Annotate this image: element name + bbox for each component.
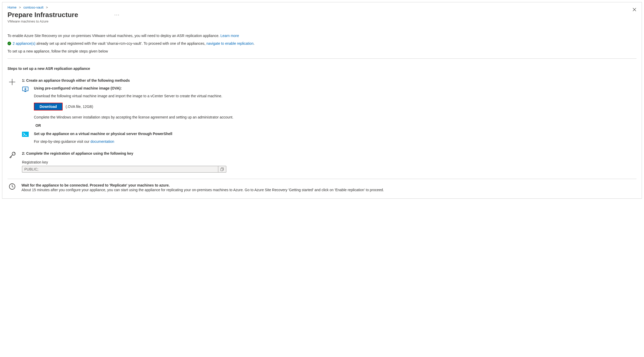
wait-desc: About 15 minutes after you configure you… [21,188,384,192]
step-1-title: 1: Create an appliance through either of… [22,78,636,83]
more-actions-button[interactable]: ··· [114,12,120,18]
powershell-method: Set up the appliance on a virtual machin… [22,132,636,144]
page-title: Prepare Infrastructure [8,11,78,19]
page-subtitle: VMware machines to Azure [8,19,636,23]
divider [8,179,636,179]
step-1: 1: Create an appliance through either of… [8,78,636,146]
powershell-icon [22,132,29,137]
appliance-status-line: ✓ 2 appliance(s) already set up and regi… [8,41,636,46]
steps-heading: Steps to set up a new ASR replication ap… [8,66,636,71]
wait-section: Wait for the appliance to be connected. … [8,183,636,192]
svg-point-3 [14,153,15,154]
copy-button[interactable] [218,166,226,173]
intro-text: To enable Azure Site Recovery on your on… [8,34,636,38]
ova-complete-text: Complete the Windows server installation… [34,115,636,119]
breadcrumb-vault[interactable]: contoso-vault [24,5,43,9]
clock-icon [9,183,16,190]
svg-rect-5 [221,168,223,171]
registration-key-input[interactable] [22,166,218,173]
learn-more-link[interactable]: Learn more [220,34,239,38]
divider [8,58,636,59]
breadcrumb-separator: > [46,5,48,9]
copy-icon [220,167,224,171]
prepare-infrastructure-panel: Home > contoso-vault > Prepare Infrastru… [2,2,642,199]
setup-new-text: To set up a new appliance, follow the si… [8,49,636,53]
key-icon [8,151,16,159]
step-2-title: 2: Complete the registration of applianc… [22,151,636,155]
powershell-desc: For step-by-step guidance visit our docu… [34,139,636,144]
documentation-link[interactable]: documentation [91,139,114,144]
appliances-link[interactable]: 2 appliance(s) [13,41,35,46]
download-button[interactable]: Download [34,103,63,110]
intro-sentence: To enable Azure Site Recovery on your on… [8,34,220,38]
status-period: . [253,41,254,46]
svg-rect-1 [22,132,29,137]
download-note: (.OVA file, 12GB) [66,105,93,109]
success-icon: ✓ [8,42,11,45]
registration-key-label: Registration key [22,160,636,164]
status-text-mid: already set up and registered with the v… [35,41,206,46]
close-button[interactable] [631,6,638,13]
close-icon [632,8,636,12]
breadcrumb-home[interactable]: Home [8,5,17,9]
ova-title: Using pre-configured virtual machine ima… [34,86,636,90]
wait-title: Wait for the appliance to be connected. … [21,183,384,187]
powershell-title: Set up the appliance on a virtual machin… [34,132,636,136]
breadcrumb: Home > contoso-vault > [8,5,636,9]
download-vm-icon [22,86,29,93]
breadcrumb-separator: > [19,5,21,9]
powershell-desc-prefix: For step-by-step guidance visit our [34,139,91,144]
step-2: 2: Complete the registration of applianc… [8,151,636,173]
plus-icon [9,78,16,86]
ova-method: Using pre-configured virtual machine ima… [22,86,636,119]
navigate-enable-replication-link[interactable]: navigate to enable replication [206,41,253,46]
registration-key-field-row [22,166,226,173]
ova-desc: Download the following virtual machine i… [34,94,636,98]
or-label: OR [35,123,636,128]
